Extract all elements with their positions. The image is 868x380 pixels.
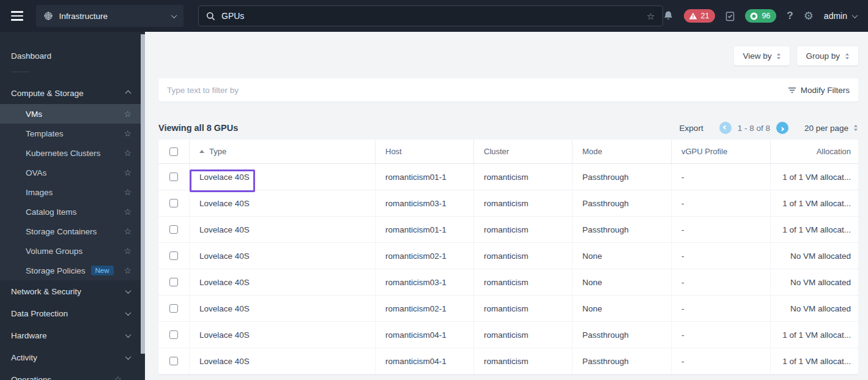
filter-input[interactable]: Type text to filter by [167,86,239,95]
user-menu[interactable]: admin [824,11,857,21]
cell-cluster: romanticism [474,269,573,296]
favorite-star-icon[interactable]: ☆ [124,129,132,138]
column-header-host[interactable]: Host [376,140,474,164]
sidebar-item-kubernetes-clusters[interactable]: Kubernetes Clusters ☆ [0,143,145,163]
sidebar-item-storage-containers[interactable]: Storage Containers ☆ [0,222,145,241]
filter-icon [788,87,796,94]
favorite-star-icon[interactable]: ☆ [124,149,132,157]
favorite-star-icon[interactable]: ☆ [124,207,132,216]
sidebar-item-volume-groups[interactable]: Volume Groups ☆ [0,241,145,261]
list-header: Viewing all 8 GPUs Export 1 - 8 of 8 20 … [158,122,858,134]
table-row[interactable]: Lovelace 40S romanticism03-1 romanticism… [158,190,858,217]
cell-cluster: romanticism [474,190,573,217]
favorite-star-icon[interactable]: ☆ [124,227,132,236]
cell-type[interactable]: Lovelace 40S [190,164,376,190]
favorite-star-icon[interactable]: ☆ [124,247,132,255]
table-row[interactable]: Lovelace 40S romanticism03-1 romanticism… [158,269,858,296]
row-checkbox[interactable] [169,251,178,260]
sidebar-item-templates[interactable]: Templates ☆ [0,124,145,143]
bell-icon[interactable] [663,10,673,21]
section-label: Data Protection [11,309,68,318]
favorite-search-icon[interactable]: ☆ [647,12,655,21]
help-icon[interactable]: ? [787,10,793,22]
sort-caret-icon [845,53,850,60]
favorite-star-icon[interactable]: ☆ [124,110,132,118]
prev-page-button[interactable] [719,122,732,134]
cell-host: romanticism01-1 [376,217,474,243]
cell-type[interactable]: Lovelace 40S [190,296,376,322]
favorite-star-icon[interactable]: ☆ [124,266,132,275]
select-all-checkbox[interactable] [169,147,178,156]
sidebar-divider [11,72,29,72]
pagination-text: 1 - 8 of 8 [738,124,770,133]
cell-type[interactable]: Lovelace 40S [190,243,376,269]
chevron-down-icon [125,332,132,338]
column-header-vgpu-profile[interactable]: vGPU Profile [672,140,771,164]
cell-type[interactable]: Lovelace 40S [190,322,376,348]
row-checkbox[interactable] [169,225,178,234]
table-row[interactable]: Lovelace 40S romanticism01-1 romanticism… [158,164,858,190]
row-checkbox[interactable] [169,173,178,181]
cell-type[interactable]: Lovelace 40S [190,269,376,296]
favorite-star-icon[interactable]: ☆ [124,188,132,196]
export-button[interactable]: Export [680,124,703,133]
favorite-star-icon[interactable]: ☆ [114,375,122,380]
row-checkbox[interactable] [169,304,178,313]
sidebar-item-label: Storage Containers [26,227,97,236]
cell-cluster: romanticism [474,164,573,190]
cell-host: romanticism02-1 [376,296,474,322]
tasks-badge[interactable]: 96 [745,9,776,23]
cell-allocation: 1 of 1 VM allocat... [771,164,858,190]
column-header-allocation[interactable]: Allocation [771,140,858,164]
column-header-mode[interactable]: Mode [573,140,672,164]
cell-type[interactable]: Lovelace 40S [190,348,376,374]
cell-type[interactable]: Lovelace 40S [190,217,376,243]
table-row[interactable]: Lovelace 40S romanticism02-1 romanticism… [158,243,858,269]
column-header-type[interactable]: Type [190,140,376,164]
app-switcher-dropdown[interactable]: Infrastructure [36,5,184,27]
favorite-star-icon[interactable]: ☆ [124,168,132,177]
sidebar-scrollbar[interactable] [141,34,145,354]
sidebar-item-images[interactable]: Images ☆ [0,182,145,202]
search-value: GPUs [221,11,244,21]
row-checkbox[interactable] [169,199,178,207]
row-checkbox[interactable] [169,357,178,365]
search-icon [206,12,215,21]
sidebar-section-data-protection[interactable]: Data Protection [0,302,145,324]
table-row[interactable]: Lovelace 40S romanticism01-1 romanticism… [158,217,858,243]
sidebar-item-dashboard[interactable]: Dashboard [0,45,145,66]
row-checkbox[interactable] [169,330,178,339]
row-checkbox[interactable] [169,278,178,286]
table-row[interactable]: Lovelace 40S romanticism04-1 romanticism… [158,348,858,374]
cell-host: romanticism03-1 [376,190,474,217]
sidebar-item-vms[interactable]: VMs ☆ [0,104,145,124]
cell-vgpu-profile: - [672,164,771,190]
gpus-table: Type Host Cluster Mode vGPU Profile Allo… [158,140,858,374]
group-by-button[interactable]: Group by [797,47,858,65]
sidebar-item-operations[interactable]: Operations ☆ [0,368,145,380]
sidebar-item-label: Kubernetes Clusters [26,149,100,158]
sidebar-section-hardware[interactable]: Hardware [0,324,145,346]
sidebar-item-storage-policies[interactable]: Storage Policies New ☆ [0,261,145,280]
hamburger-menu-button[interactable] [11,11,23,21]
chevron-down-icon [171,12,177,18]
sidebar-item-catalog-items[interactable]: Catalog Items ☆ [0,202,145,222]
sidebar-section-network-security[interactable]: Network & Security [0,280,145,302]
global-search-input[interactable]: GPUs ☆ [198,6,663,26]
table-row[interactable]: Lovelace 40S romanticism04-1 romanticism… [158,322,858,348]
gear-icon[interactable]: ⚙ [804,9,814,23]
tasks-icon[interactable] [725,11,735,21]
cell-type[interactable]: Lovelace 40S [190,190,376,217]
filter-bar[interactable]: Type text to filter by Modify Filters [158,78,858,102]
view-by-button[interactable]: View by [734,47,790,65]
per-page-selector[interactable]: 20 per page [804,124,858,133]
modify-filters-button[interactable]: Modify Filters [788,86,850,95]
alerts-badge[interactable]: 21 [684,9,716,23]
sidebar-section-compute-storage[interactable]: Compute & Storage [0,82,145,104]
globe-icon [43,11,53,21]
table-row[interactable]: Lovelace 40S romanticism02-1 romanticism… [158,296,858,322]
next-page-button[interactable] [776,122,788,134]
sidebar-section-activity[interactable]: Activity [0,346,145,368]
column-header-cluster[interactable]: Cluster [474,140,573,164]
sidebar-item-ovas[interactable]: OVAs ☆ [0,163,145,182]
